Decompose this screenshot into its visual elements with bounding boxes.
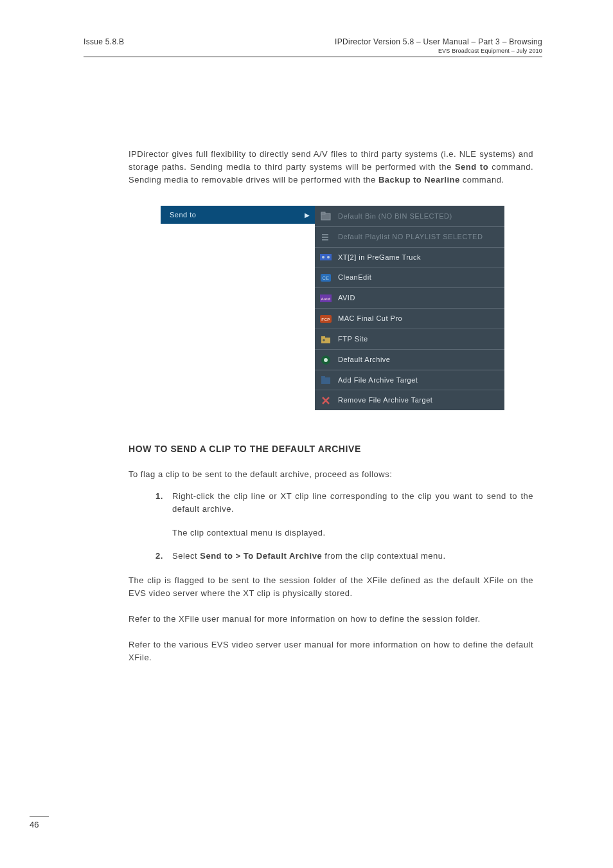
menu-item-label: Remove File Archive Target: [338, 395, 432, 406]
svg-rect-5: [320, 254, 332, 260]
bin-icon: [320, 211, 332, 221]
doc-subtitle: EVS Broadcast Equipment – July 2010: [335, 48, 542, 54]
step-number: 2.: [155, 550, 172, 563]
menu-item-label: Default Playlist NO PLAYLIST SELECTED: [338, 231, 483, 242]
menu-item-default-playlist: Default Playlist NO PLAYLIST SELECTED: [315, 226, 504, 247]
header-right: IPDirector Version 5.8 – User Manual – P…: [335, 37, 542, 54]
add-target-icon: [320, 375, 332, 385]
menu-item-ftp[interactable]: FTP Site: [315, 329, 504, 349]
svg-point-6: [322, 256, 324, 258]
archive-icon: [320, 355, 332, 365]
svg-rect-3: [322, 237, 328, 238]
issue-version: Issue 5.8.B: [84, 37, 124, 54]
subsection-heading: HOW TO SEND A CLIP TO THE DEFAULT ARCHIV…: [129, 442, 533, 457]
menu-item-label: AVID: [338, 293, 355, 303]
step-body: Right-click the clip line or XT clip lin…: [172, 490, 533, 516]
remove-icon: [320, 395, 332, 406]
step-list: 1. Right-click the clip line or XT clip …: [155, 490, 533, 563]
result-paragraph: The clip is flagged to be sent to the se…: [129, 574, 533, 600]
intro-paragraph: IPDirector gives full flexibility to dir…: [129, 148, 533, 186]
menu-item-label: Default Archive: [338, 354, 390, 365]
page-header: Issue 5.8.B IPDirector Version 5.8 – Use…: [84, 37, 542, 54]
xt-icon: [320, 252, 332, 262]
menu-item-avid[interactable]: Avid AVID: [315, 287, 504, 308]
step-text-a: Select: [172, 551, 200, 561]
avid-icon: Avid: [320, 293, 332, 303]
menu-item-label: Default Bin (NO BIN SELECTED): [338, 211, 452, 222]
backup-label: Backup to Nearline: [378, 175, 460, 185]
menu-item-label: XT[2] in PreGame Truck: [338, 252, 421, 263]
menu-item-cleanedit[interactable]: CE CleanEdit: [315, 267, 504, 287]
playlist-icon: [320, 232, 332, 242]
procedure-intro: To flag a clip to be sent to the default…: [129, 468, 533, 481]
svg-point-7: [327, 256, 330, 258]
step-text-b: from the clip contextual menu.: [322, 551, 446, 561]
svg-text:Avid: Avid: [321, 297, 331, 301]
svg-rect-15: [321, 336, 325, 338]
submenu-panel: Default Bin (NO BIN SELECTED) Default Pl…: [315, 206, 504, 410]
send-to-label: Send to: [455, 162, 488, 172]
menu-item-label: CleanEdit: [338, 272, 371, 283]
doc-title: IPDirector Version 5.8 – User Manual – P…: [335, 37, 542, 46]
step-1: 1. Right-click the clip line or XT clip …: [155, 490, 533, 516]
xfile-ref-paragraph: Refer to the XFile user manual for more …: [129, 613, 533, 626]
submenu-arrow-icon: ▶: [305, 210, 310, 221]
step-1-result: The clip contextual menu is displayed.: [172, 527, 533, 539]
menu-item-default-archive[interactable]: Default Archive: [315, 349, 504, 370]
menu-send-to[interactable]: Send to ▶: [161, 206, 315, 224]
svg-rect-18: [321, 377, 330, 384]
svg-rect-4: [322, 239, 328, 240]
svg-rect-1: [321, 212, 325, 214]
svg-point-17: [324, 358, 328, 362]
svg-text:FCP: FCP: [321, 318, 330, 321]
ftp-icon: [320, 334, 332, 345]
menu-item-label: MAC Final Cut Pro: [338, 313, 402, 324]
context-menu-screenshot: Send to ▶ Default Bin (NO BIN SELECTED) …: [161, 206, 504, 410]
step-command: Send to > To Default Archive: [200, 551, 322, 561]
menu-item-default-bin: Default Bin (NO BIN SELECTED): [315, 206, 504, 226]
svg-text:CE: CE: [323, 276, 330, 280]
menu-item-label: FTP Site: [338, 334, 368, 345]
menu-item-fcp[interactable]: FCP MAC Final Cut Pro: [315, 308, 504, 329]
menu-item-label: Add File Archive Target: [338, 375, 418, 386]
header-rule: [84, 57, 542, 57]
svg-rect-19: [321, 376, 325, 378]
step-number: 1.: [155, 490, 172, 516]
step-2: 2. Select Send to > To Default Archive f…: [155, 550, 533, 563]
menu-item-add-archive[interactable]: Add File Archive Target: [315, 370, 504, 390]
fcp-icon: FCP: [320, 314, 332, 324]
page-number: 46: [30, 820, 39, 829]
menu-send-to-label: Send to: [170, 210, 196, 221]
page-number-rule: [30, 816, 49, 817]
menu-item-remove-archive[interactable]: Remove File Archive Target: [315, 390, 504, 410]
page-content: IPDirector gives full flexibility to dir…: [129, 148, 533, 678]
intro-text-c: command.: [460, 175, 504, 185]
svg-rect-2: [322, 234, 328, 235]
step-body: Select Send to > To Default Archive from…: [172, 550, 533, 563]
evs-ref-paragraph: Refer to the various EVS video server us…: [129, 638, 533, 664]
cleanedit-icon: CE: [320, 273, 332, 283]
menu-item-xt2[interactable]: XT[2] in PreGame Truck: [315, 247, 504, 267]
